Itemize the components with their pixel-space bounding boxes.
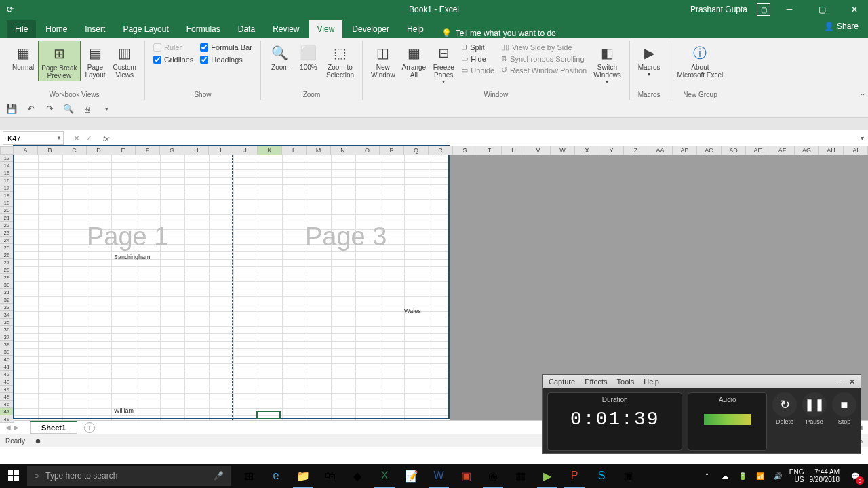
col-header-AE[interactable]: AE bbox=[746, 146, 770, 155]
col-header-AI[interactable]: AI bbox=[844, 146, 868, 155]
cam-pause-button[interactable]: ❚❚ Pause bbox=[802, 392, 827, 451]
row-header-34[interactable]: 34 bbox=[0, 311, 14, 319]
tab-page-layout[interactable]: Page Layout bbox=[115, 20, 176, 38]
col-header-AC[interactable]: AC bbox=[697, 146, 722, 155]
custom-views-button[interactable]: ▥ Custom Views bbox=[111, 41, 139, 80]
col-header-AF[interactable]: AF bbox=[770, 146, 795, 155]
col-header-Z[interactable]: Z bbox=[624, 146, 648, 155]
row-header-36[interactable]: 36 bbox=[0, 326, 14, 333]
wifi-icon[interactable]: 📶 bbox=[754, 470, 766, 482]
tray-chevron-icon[interactable]: ˄ bbox=[701, 470, 713, 482]
col-header-G[interactable]: G bbox=[160, 146, 184, 155]
minimize-button[interactable]: ─ bbox=[776, 0, 803, 19]
battery-icon[interactable]: 🔋 bbox=[736, 470, 749, 482]
powerpoint-icon[interactable]: P bbox=[561, 464, 587, 488]
hide-button[interactable]: ▭Hide bbox=[461, 54, 494, 64]
undo-icon[interactable]: ↶ bbox=[24, 103, 37, 115]
zoom-button[interactable]: 🔍Zoom bbox=[267, 41, 294, 73]
row-header-23[interactable]: 23 bbox=[0, 229, 14, 237]
tab-formulas[interactable]: Formulas bbox=[178, 20, 229, 38]
row-header-44[interactable]: 44 bbox=[0, 386, 14, 393]
row-header-26[interactable]: 26 bbox=[0, 251, 14, 259]
sheet-nav-next-icon[interactable]: ▶ bbox=[14, 424, 19, 431]
normal-view-button[interactable]: ▦ Normal bbox=[9, 41, 37, 73]
row-header-22[interactable]: 22 bbox=[0, 222, 14, 229]
chrome-icon[interactable]: ◉ bbox=[480, 464, 506, 488]
account-icon[interactable]: ▢ bbox=[757, 3, 770, 16]
col-header-V[interactable]: V bbox=[526, 146, 551, 155]
language-indicator[interactable]: ENG US bbox=[789, 468, 804, 483]
tab-data[interactable]: Data bbox=[230, 20, 263, 38]
row-header-41[interactable]: 41 bbox=[0, 363, 14, 371]
col-header-F[interactable]: F bbox=[136, 146, 160, 155]
app-icon-2[interactable]: ▣ bbox=[616, 464, 642, 488]
col-header-C[interactable]: C bbox=[62, 146, 87, 155]
row-header-25[interactable]: 25 bbox=[0, 244, 14, 251]
col-header-N[interactable]: N bbox=[331, 146, 355, 155]
col-header-I[interactable]: I bbox=[209, 146, 233, 155]
skype-icon[interactable]: S bbox=[589, 464, 614, 488]
row-header-37[interactable]: 37 bbox=[0, 333, 14, 341]
clock[interactable]: 7:44 AM 9/20/2018 bbox=[810, 468, 840, 483]
col-header-E[interactable]: E bbox=[111, 146, 136, 155]
row-header-18[interactable]: 18 bbox=[0, 192, 14, 199]
calculator-icon[interactable]: ▦ bbox=[507, 464, 533, 488]
tab-home[interactable]: Home bbox=[37, 20, 75, 38]
fx-icon[interactable]: fx bbox=[99, 134, 113, 142]
sheet-tab-1[interactable]: Sheet1 bbox=[30, 421, 77, 434]
row-header-32[interactable]: 32 bbox=[0, 296, 14, 304]
freeze-panes-button[interactable]: ⊟Freeze Panes▾ bbox=[430, 41, 457, 86]
row-header-45[interactable]: 45 bbox=[0, 393, 14, 401]
formula-bar-checkbox[interactable]: Formula Bar bbox=[200, 42, 252, 53]
col-header-H[interactable]: H bbox=[184, 146, 209, 155]
row-header-29[interactable]: 29 bbox=[0, 274, 14, 281]
tab-review[interactable]: Review bbox=[264, 20, 307, 38]
cam-menu-help[interactable]: Help bbox=[644, 378, 659, 386]
about-button[interactable]: ⓘAbout Microsoft Excel bbox=[675, 41, 726, 80]
edge-icon[interactable]: e bbox=[263, 464, 289, 488]
tab-insert[interactable]: Insert bbox=[77, 20, 113, 38]
collapse-ribbon-icon[interactable]: ⌃ bbox=[860, 92, 865, 100]
task-view-icon[interactable]: ⊞ bbox=[236, 464, 262, 488]
row-header-35[interactable]: 35 bbox=[0, 319, 14, 326]
action-center-icon[interactable]: 💬3 bbox=[845, 466, 865, 486]
col-header-X[interactable]: X bbox=[575, 146, 599, 155]
row-header-13[interactable]: 13 bbox=[0, 155, 14, 162]
cam-minimize-icon[interactable]: ─ bbox=[838, 378, 844, 386]
zoom-100-button[interactable]: ⬜100% bbox=[295, 41, 322, 73]
store-icon[interactable]: 🛍 bbox=[317, 464, 343, 488]
dropbox-icon[interactable]: ◆ bbox=[344, 464, 370, 488]
row-header-24[interactable]: 24 bbox=[0, 237, 14, 244]
add-sheet-button[interactable]: + bbox=[84, 422, 95, 433]
col-header-S[interactable]: S bbox=[453, 146, 477, 155]
row-header-47[interactable]: 47 bbox=[0, 408, 14, 415]
col-header-R[interactable]: R bbox=[429, 146, 453, 155]
cam-menu-capture[interactable]: Capture bbox=[549, 378, 575, 386]
redo-icon[interactable]: ↷ bbox=[43, 103, 56, 115]
maximize-button[interactable]: ▢ bbox=[808, 0, 835, 19]
col-header-L[interactable]: L bbox=[282, 146, 307, 155]
reset-position-button[interactable]: ↺Reset Window Position bbox=[501, 65, 587, 75]
col-header-A[interactable]: A bbox=[14, 146, 38, 155]
col-header-Q[interactable]: Q bbox=[404, 146, 429, 155]
ruler-checkbox[interactable]: Ruler bbox=[153, 42, 193, 53]
col-header-O[interactable]: O bbox=[355, 146, 380, 155]
sync-scrolling-button[interactable]: ⇅Synchronous Scrolling bbox=[501, 54, 587, 64]
zoom-to-selection-button[interactable]: ⬚Zoom to Selection bbox=[323, 41, 357, 80]
col-header-T[interactable]: T bbox=[477, 146, 502, 155]
col-header-U[interactable]: U bbox=[502, 146, 526, 155]
arrange-all-button[interactable]: ▦Arrange All bbox=[399, 41, 429, 80]
start-button[interactable] bbox=[0, 464, 27, 488]
cam-menu-tools[interactable]: Tools bbox=[617, 378, 635, 386]
macro-record-icon[interactable]: ⏺ bbox=[35, 437, 41, 445]
col-header-Y[interactable]: Y bbox=[599, 146, 624, 155]
name-box[interactable]: K47 ▼ bbox=[3, 131, 64, 145]
row-header-20[interactable]: 20 bbox=[0, 207, 14, 214]
camtasia-icon[interactable]: ▶ bbox=[534, 464, 560, 488]
row-header-48[interactable]: 48 bbox=[0, 415, 14, 423]
row-header-21[interactable]: 21 bbox=[0, 214, 14, 222]
word-icon[interactable]: W bbox=[426, 464, 452, 488]
col-header-P[interactable]: P bbox=[380, 146, 404, 155]
app-icon-1[interactable]: ▣ bbox=[453, 464, 479, 488]
chevron-down-icon[interactable]: ▼ bbox=[56, 135, 62, 141]
